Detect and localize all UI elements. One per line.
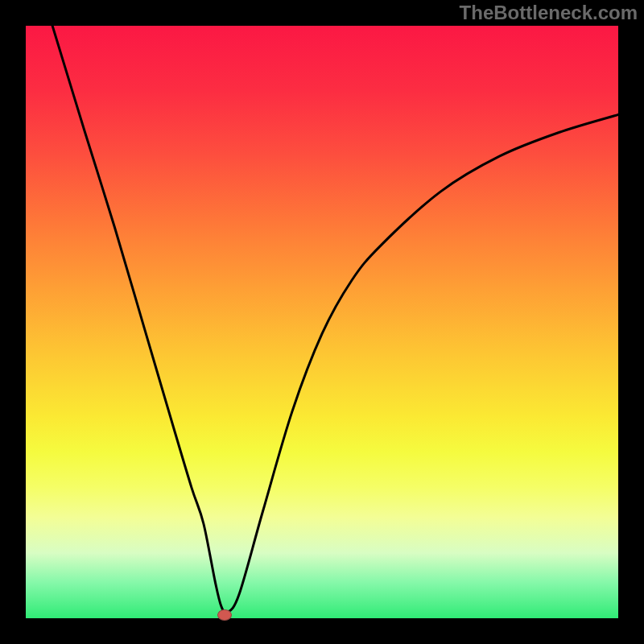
chart-frame: TheBottleneck.com bbox=[0, 0, 644, 644]
bottleneck-curve bbox=[26, 26, 618, 618]
watermark-text: TheBottleneck.com bbox=[460, 2, 638, 24]
optimal-point-marker bbox=[217, 609, 232, 621]
plot-area bbox=[26, 26, 618, 618]
